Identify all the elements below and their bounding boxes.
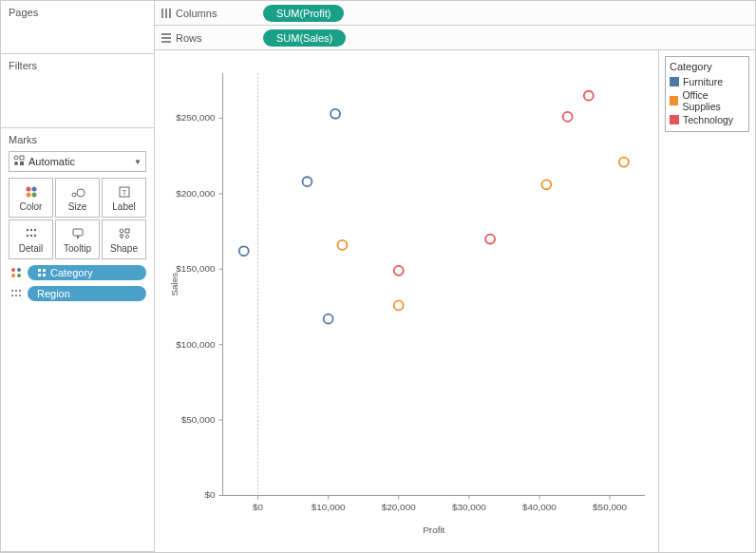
svg-rect-27: [38, 274, 41, 276]
legend-item-label: Office Supplies: [682, 89, 745, 112]
svg-point-21: [11, 268, 15, 272]
tooltip-icon: [70, 226, 85, 241]
columns-pill[interactable]: SUM(Profit): [263, 5, 344, 22]
svg-rect-36: [165, 9, 167, 18]
svg-text:$200,000: $200,000: [176, 188, 216, 199]
rows-icon: [161, 32, 172, 44]
legend-item[interactable]: Technology: [670, 114, 745, 125]
field-icon: [37, 268, 47, 277]
pages-shelf[interactable]: Pages: [1, 1, 154, 54]
mark-tooltip-button[interactable]: Tooltip: [55, 219, 100, 259]
mark-shape-button[interactable]: Shape: [102, 219, 146, 259]
svg-text:$50,000: $50,000: [593, 502, 627, 512]
data-point[interactable]: [331, 109, 340, 119]
data-point[interactable]: [302, 177, 312, 186]
svg-point-4: [26, 186, 30, 191]
svg-text:Sales: Sales: [169, 273, 180, 296]
svg-point-12: [26, 228, 28, 230]
svg-text:$40,000: $40,000: [522, 502, 557, 512]
svg-point-8: [72, 193, 76, 197]
chart-container[interactable]: $0$50,000$100,000$150,000$200,000$250,00…: [155, 50, 658, 552]
svg-text:$50,000: $50,000: [181, 414, 216, 425]
svg-text:$10,000: $10,000: [312, 502, 346, 512]
shape-auto-icon: [13, 155, 25, 168]
data-point[interactable]: [541, 180, 551, 189]
data-point[interactable]: [584, 91, 594, 101]
rows-pill[interactable]: SUM(Sales): [263, 29, 346, 47]
color-icon: [24, 184, 39, 200]
mark-label-button[interactable]: T Label: [102, 178, 146, 218]
data-point[interactable]: [338, 240, 348, 250]
svg-text:$0: $0: [253, 502, 264, 512]
legend-swatch: [670, 96, 678, 105]
data-point[interactable]: [324, 315, 333, 324]
svg-rect-28: [43, 274, 46, 276]
svg-point-33: [15, 295, 17, 296]
label-icon: T: [117, 184, 132, 200]
svg-point-0: [14, 156, 18, 160]
svg-rect-40: [161, 41, 171, 43]
legend-item[interactable]: Furniture: [670, 76, 745, 87]
svg-rect-20: [125, 229, 129, 233]
mark-size-button[interactable]: Size: [55, 178, 100, 218]
svg-rect-37: [169, 9, 171, 18]
svg-text:$100,000: $100,000: [176, 339, 216, 350]
region-pill[interactable]: Region: [28, 286, 146, 301]
data-point[interactable]: [619, 158, 629, 167]
svg-text:$250,000: $250,000: [176, 112, 216, 123]
marks-title: Marks: [9, 132, 146, 149]
legend-item[interactable]: Office Supplies: [670, 89, 745, 112]
region-pill-label: Region: [37, 288, 70, 299]
svg-point-23: [11, 274, 15, 277]
mark-type-dropdown[interactable]: Automatic ▼: [9, 151, 146, 172]
category-pill[interactable]: Category: [28, 265, 146, 280]
category-pill-label: Category: [50, 267, 93, 278]
mark-type-label: Automatic: [28, 156, 75, 167]
svg-rect-3: [20, 162, 24, 165]
mark-color-button[interactable]: Color: [9, 178, 53, 218]
svg-point-7: [31, 192, 36, 197]
svg-rect-18: [73, 229, 83, 236]
color-icon: [9, 266, 24, 279]
columns-label-text: Columns: [176, 8, 217, 19]
svg-rect-26: [43, 269, 46, 272]
legend-box[interactable]: Category FurnitureOffice SuppliesTechnol…: [665, 56, 749, 132]
detail-icon: [9, 287, 24, 300]
filters-shelf[interactable]: Filters: [1, 54, 154, 128]
legend-panel: Category FurnitureOffice SuppliesTechnol…: [658, 50, 755, 552]
svg-rect-25: [38, 269, 41, 272]
mark-tooltip-label: Tooltip: [64, 243, 91, 254]
size-icon: [70, 184, 85, 200]
columns-shelf[interactable]: Columns SUM(Profit): [155, 1, 755, 26]
svg-point-9: [77, 189, 85, 197]
data-point[interactable]: [394, 266, 404, 276]
color-pill-row: Category: [9, 265, 146, 280]
columns-shelf-label: Columns: [161, 8, 255, 19]
data-point[interactable]: [394, 300, 404, 310]
legend-title: Category: [670, 61, 745, 72]
data-point[interactable]: [563, 112, 573, 122]
svg-point-17: [33, 234, 35, 236]
rows-pill-text: SUM(Sales): [276, 32, 332, 44]
mark-shape-label: Shape: [110, 243, 138, 254]
viz-area: $0$50,000$100,000$150,000$200,000$250,00…: [155, 50, 755, 552]
legend-item-label: Technology: [683, 114, 733, 125]
rows-shelf[interactable]: Rows SUM(Sales): [155, 26, 755, 50]
svg-point-14: [33, 228, 35, 230]
svg-text:$0: $0: [205, 489, 217, 500]
svg-text:T: T: [122, 188, 126, 197]
data-point[interactable]: [239, 246, 249, 256]
svg-point-24: [17, 274, 21, 277]
scatter-chart: $0$50,000$100,000$150,000$200,000$250,00…: [164, 60, 654, 548]
main-area: Columns SUM(Profit) Rows SUM(Sales) $0$5…: [155, 1, 755, 552]
mark-detail-label: Detail: [19, 243, 44, 254]
detail-icon: [24, 226, 39, 241]
svg-point-19: [120, 229, 123, 233]
data-point[interactable]: [485, 235, 495, 244]
svg-text:$30,000: $30,000: [452, 502, 486, 512]
mark-detail-button[interactable]: Detail: [9, 219, 53, 259]
svg-point-32: [11, 295, 13, 296]
marks-card: Marks Automatic ▼ Color Size T: [1, 128, 154, 552]
filters-title: Filters: [9, 58, 146, 75]
svg-text:Profit: Profit: [423, 524, 444, 535]
